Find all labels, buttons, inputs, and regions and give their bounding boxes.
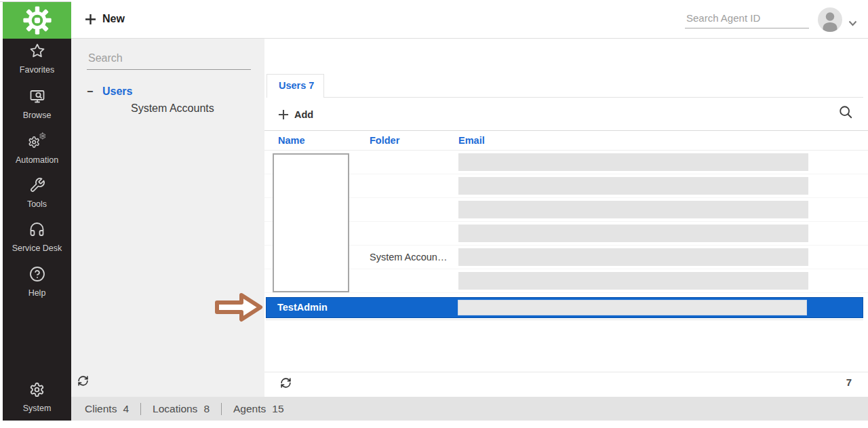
status-value: 8 (203, 403, 210, 415)
tree-node-system-accounts[interactable]: System Accounts (131, 102, 214, 115)
app-logo[interactable] (3, 2, 71, 39)
tree-search-input[interactable] (87, 50, 251, 70)
collapse-icon[interactable]: − (87, 85, 102, 98)
email-redaction-bar (458, 201, 808, 218)
help-circle-icon (29, 266, 45, 282)
star-icon (29, 43, 45, 59)
column-header-folder[interactable]: Folder (370, 131, 399, 151)
tree-panel: − Users System Accounts (71, 39, 264, 397)
table-row[interactable] (264, 222, 868, 246)
grid-row-count: 7 (846, 376, 852, 388)
status-label: Locations (153, 403, 197, 415)
table-row[interactable] (264, 174, 868, 198)
tree-search (87, 50, 251, 70)
status-item-agents[interactable]: Agents 15 (233, 403, 284, 415)
status-separator (221, 403, 222, 415)
plus-icon (85, 14, 96, 25)
top-bar: New (71, 0, 868, 39)
email-redaction-bar (458, 225, 808, 242)
grid-rows: System Accoun… (264, 151, 868, 293)
table-row[interactable] (264, 269, 868, 293)
nav-sidebar: Favorites Browse Automation Tools Servic… (3, 39, 71, 421)
add-button-label: Add (294, 109, 313, 120)
new-button[interactable]: New (85, 0, 125, 38)
main-panel: Users 7 Add Name Folder Email (264, 39, 868, 397)
sidebar-item-help[interactable]: Help (3, 266, 71, 298)
email-redaction-bar (458, 177, 808, 195)
grid-header: Name Folder Email (264, 131, 868, 151)
status-bar: Clients 4 Locations 8 Agents 15 (71, 397, 868, 421)
plus-icon (278, 109, 289, 120)
arrow-right-icon (213, 291, 264, 324)
sidebar-label: Browse (3, 111, 71, 120)
agent-search (685, 9, 809, 28)
refresh-icon (77, 375, 89, 387)
sidebar-item-favorites[interactable]: Favorites (3, 43, 71, 75)
column-header-name[interactable]: Name (278, 131, 305, 151)
sidebar-label: Tools (3, 199, 71, 209)
refresh-icon (280, 377, 292, 389)
grid-footer-border (264, 372, 868, 372)
sidebar-label: Favorites (3, 65, 71, 75)
automation-gears-icon (28, 132, 46, 149)
sidebar-item-service-desk[interactable]: Service Desk (3, 221, 71, 253)
browse-monitor-search-icon (29, 88, 45, 104)
tree-node-users[interactable]: − Users (87, 85, 132, 98)
email-redaction-bar (458, 248, 808, 266)
tab-divider (324, 97, 863, 98)
wrench-icon (29, 177, 45, 193)
tree-node-users-label: Users (102, 85, 132, 98)
status-value: 15 (272, 403, 283, 415)
account-menu-chevron[interactable] (848, 17, 857, 29)
name-redaction-box (273, 153, 349, 292)
grid-search-button[interactable] (838, 104, 853, 122)
sidebar-label: Service Desk (3, 244, 71, 253)
status-separator (140, 403, 141, 415)
email-redaction-bar (458, 272, 808, 290)
sidebar-item-system[interactable]: System (3, 382, 71, 413)
status-item-clients[interactable]: Clients 4 (85, 403, 129, 415)
table-row[interactable] (264, 151, 868, 174)
brand-gear-icon (22, 5, 52, 35)
email-redaction-bar (458, 153, 808, 171)
table-row[interactable]: System Accoun… (264, 246, 868, 269)
grid-refresh-button[interactable] (280, 377, 292, 391)
tree-refresh-button[interactable] (77, 375, 89, 389)
chevron-down-icon (848, 20, 857, 26)
table-row[interactable] (264, 198, 868, 222)
column-header-email[interactable]: Email (458, 131, 485, 151)
search-icon (838, 104, 853, 119)
user-avatar[interactable] (818, 7, 842, 32)
table-row-selected-testadmin[interactable]: TestAdmin (266, 297, 863, 318)
row-divider (266, 319, 863, 320)
sidebar-label: Automation (3, 155, 71, 165)
selected-row-name: TestAdmin (277, 298, 328, 317)
agent-search-input[interactable] (685, 9, 809, 28)
avatar-icon (818, 7, 842, 32)
system-gear-icon (29, 382, 45, 397)
headset-icon (28, 221, 45, 237)
sidebar-label: Help (3, 288, 71, 298)
tab-users[interactable]: Users 7 (267, 74, 324, 98)
status-item-locations[interactable]: Locations 8 (153, 403, 210, 415)
app-window: New Favorites (0, 0, 868, 428)
sidebar-item-tools[interactable]: Tools (3, 177, 71, 209)
annotation-arrow (213, 291, 264, 326)
status-label: Clients (85, 403, 117, 415)
status-value: 4 (123, 403, 129, 415)
sidebar-item-automation[interactable]: Automation (3, 132, 71, 165)
sidebar-label: System (3, 404, 71, 413)
add-button[interactable]: Add (278, 104, 313, 125)
folder-cell: System Accoun… (370, 246, 447, 269)
status-label: Agents (233, 403, 266, 415)
email-redaction-bar (458, 300, 807, 315)
sidebar-item-browse[interactable]: Browse (3, 88, 71, 120)
new-button-label: New (102, 13, 125, 25)
